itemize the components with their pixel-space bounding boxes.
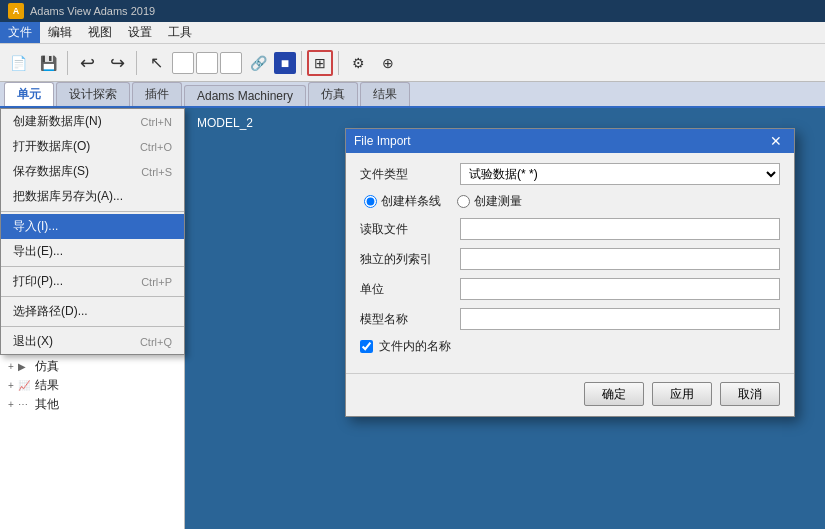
index-row: 独立的列索引 (360, 248, 780, 270)
tree-icon-simulation: ▶ (18, 361, 32, 372)
toolbar-sep-3 (301, 51, 302, 75)
menu-bar: 文件 编辑 视图 设置 工具 (0, 22, 825, 44)
toolbar-sep-4 (338, 51, 339, 75)
file-type-label: 文件类型 (360, 166, 460, 183)
tree-icon-results: 📈 (18, 380, 32, 391)
read-file-input[interactable] (460, 218, 780, 240)
tab-plugins[interactable]: 插件 (132, 82, 182, 106)
menu-item-file[interactable]: 文件 (0, 22, 40, 43)
radio-measure-label[interactable]: 创建测量 (457, 193, 522, 210)
cancel-button[interactable]: 取消 (720, 382, 780, 406)
toolbar-sep-2 (136, 51, 137, 75)
checkbox-row: 文件内的名称 (360, 338, 780, 355)
file-type-select-wrapper: 试验数据(* *) (460, 163, 780, 185)
model-name-input[interactable] (460, 308, 780, 330)
menu-print[interactable]: 打印(P)... Ctrl+P (1, 269, 184, 294)
links-button[interactable]: 🔗 (244, 49, 272, 77)
menu-import[interactable]: 导入(I)... (1, 214, 184, 239)
dialog-close-button[interactable]: ✕ (766, 133, 786, 149)
grid-button[interactable]: ⊞ (307, 50, 333, 76)
redo-button[interactable]: ↪ (103, 49, 131, 77)
save-button[interactable]: 💾 (34, 49, 62, 77)
dropdown-sep-4 (1, 326, 184, 327)
units-row: 单位 (360, 278, 780, 300)
model-label: MODEL_2 (197, 116, 253, 130)
paste-button[interactable] (196, 52, 218, 74)
file-import-dialog: File Import ✕ 文件类型 试验数据(* *) (345, 128, 795, 417)
dialog-title: File Import (354, 134, 411, 148)
units-input[interactable] (460, 278, 780, 300)
connect-button[interactable]: ⊕ (374, 49, 402, 77)
radio-measure[interactable] (457, 195, 470, 208)
tree-item-others[interactable]: + ⋯ 其他 (0, 395, 184, 414)
model-name-row: 模型名称 (360, 308, 780, 330)
file-type-row: 文件类型 试验数据(* *) (360, 163, 780, 185)
tree-icon-others: ⋯ (18, 399, 32, 410)
menu-exit[interactable]: 退出(X) Ctrl+Q (1, 329, 184, 354)
dropdown-menu: 创建新数据库(N) Ctrl+N 打开数据库(O) Ctrl+O 保存数据库(S… (0, 108, 185, 355)
menu-select-path[interactable]: 选择路径(D)... (1, 299, 184, 324)
app-icon: A (8, 3, 24, 19)
menu-save-as[interactable]: 把数据库另存为(A)... (1, 184, 184, 209)
canvas-area: MODEL_2 fx File Import ✕ 文件类型 试验数据(* *) (185, 108, 825, 529)
menu-item-tools[interactable]: 工具 (160, 22, 200, 43)
toolbar-sep-1 (67, 51, 68, 75)
radio-spline-label[interactable]: 创建样条线 (364, 193, 441, 210)
menu-item-settings[interactable]: 设置 (120, 22, 160, 43)
main-area: 1 +1 GSE A|B C|D 系统单元 创建新数据库(N) Ctrl+N (0, 108, 825, 529)
index-input[interactable] (460, 248, 780, 270)
tab-design[interactable]: 设计探索 (56, 82, 130, 106)
dialog-titlebar: File Import ✕ (346, 129, 794, 153)
filename-checkbox[interactable] (360, 340, 373, 353)
menu-export[interactable]: 导出(E)... (1, 239, 184, 264)
checkbox-label: 文件内的名称 (379, 338, 451, 355)
tab-results[interactable]: 结果 (360, 82, 410, 106)
menu-save-db[interactable]: 保存数据库(S) Ctrl+S (1, 159, 184, 184)
dialog-content: 文件类型 试验数据(* *) 创建样条线 创建测量 (346, 153, 794, 373)
tree-toggle-others: + (4, 398, 18, 412)
ribbon-tabs: 单元 设计探索 插件 Adams Machinery 仿真 结果 (0, 82, 825, 108)
radio-row: 创建样条线 创建测量 (360, 193, 780, 210)
select-button[interactable]: ↖ (142, 49, 170, 77)
tab-adams-machinery[interactable]: Adams Machinery (184, 85, 306, 106)
menu-item-edit[interactable]: 编辑 (40, 22, 80, 43)
left-panel: 1 +1 GSE A|B C|D 系统单元 创建新数据库(N) Ctrl+N (0, 108, 185, 529)
dropdown-sep-1 (1, 211, 184, 212)
tree-toggle-simulation: + (4, 360, 18, 374)
read-file-row: 读取文件 (360, 218, 780, 240)
file-type-select[interactable]: 试验数据(* *) (460, 163, 780, 185)
undo-button[interactable]: ↩ (73, 49, 101, 77)
settings-button[interactable]: ⚙ (344, 49, 372, 77)
index-label: 独立的列索引 (360, 251, 460, 268)
ok-button[interactable]: 确定 (584, 382, 644, 406)
dropdown-sep-2 (1, 266, 184, 267)
solid-button[interactable]: ■ (274, 52, 296, 74)
tab-units[interactable]: 单元 (4, 82, 54, 106)
tab-simulation[interactable]: 仿真 (308, 82, 358, 106)
tree-item-simulation[interactable]: + ▶ 仿真 (0, 357, 184, 376)
toolbar: 📄 💾 ↩ ↪ ↖ 🔗 ■ ⊞ ⚙ ⊕ (0, 44, 825, 82)
menu-item-view[interactable]: 视图 (80, 22, 120, 43)
apply-button[interactable]: 应用 (652, 382, 712, 406)
menu-new-db[interactable]: 创建新数据库(N) Ctrl+N (1, 109, 184, 134)
title-text: Adams View Adams 2019 (30, 5, 155, 17)
menu-open-db[interactable]: 打开数据库(O) Ctrl+O (1, 134, 184, 159)
model-name-label: 模型名称 (360, 311, 460, 328)
tree-toggle-results: + (4, 379, 18, 393)
tree-item-results[interactable]: + 📈 结果 (0, 376, 184, 395)
move-button[interactable] (220, 52, 242, 74)
dialog-footer: 确定 应用 取消 (346, 373, 794, 416)
copy-button[interactable] (172, 52, 194, 74)
title-bar: A Adams View Adams 2019 (0, 0, 825, 22)
radio-spline[interactable] (364, 195, 377, 208)
read-file-label: 读取文件 (360, 221, 460, 238)
units-label: 单位 (360, 281, 460, 298)
new-button[interactable]: 📄 (4, 49, 32, 77)
dropdown-sep-3 (1, 296, 184, 297)
